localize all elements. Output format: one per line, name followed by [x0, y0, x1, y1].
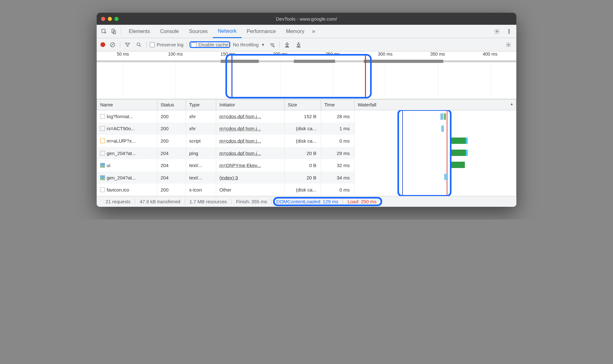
- svg-point-3: [496, 30, 498, 32]
- domcontentloaded-line: [402, 110, 403, 196]
- waterfall-bar: [441, 125, 444, 132]
- cell-time: 0 ms: [321, 135, 355, 147]
- more-tabs-icon[interactable]: »: [309, 28, 318, 35]
- inspect-icon[interactable]: [99, 27, 109, 36]
- ruler-tick: 400 ms: [464, 51, 516, 59]
- col-name[interactable]: Name: [97, 99, 157, 110]
- cell-size: (disk ca...: [285, 123, 321, 135]
- upload-har-icon[interactable]: [283, 41, 291, 49]
- search-icon[interactable]: [135, 41, 143, 49]
- cell-type: x-icon: [186, 184, 216, 196]
- clear-icon[interactable]: [108, 41, 117, 49]
- initiator-link[interactable]: m=cdos,dpf,hsm,j...: [219, 114, 261, 119]
- kebab-menu-icon[interactable]: [504, 27, 514, 36]
- cell-time: 0 ms: [321, 184, 355, 196]
- svg-rect-10: [286, 47, 289, 47]
- svg-point-5: [509, 31, 510, 32]
- disable-cache-label: Disable cache: [198, 42, 228, 47]
- titlebar: DevTools - www.google.com/: [97, 13, 516, 25]
- file-type-icon: [100, 114, 105, 119]
- ruler-tick: 350 ms: [411, 51, 464, 59]
- waterfall-column[interactable]: [355, 110, 516, 196]
- preserve-log-checkbox[interactable]: Preserve log: [150, 42, 183, 47]
- col-waterfall[interactable]: Waterfall: [355, 99, 516, 110]
- network-settings-icon[interactable]: [504, 41, 513, 49]
- cell-time: 1 ms: [321, 123, 355, 135]
- waterfall-bar: [440, 113, 444, 120]
- status-bar: 21 requests 47.9 kB transferred 1.7 MB r…: [97, 196, 516, 207]
- file-type-icon: [100, 126, 105, 131]
- domcontentloaded-time: DOMContentLoaded: 129 ms: [272, 199, 343, 204]
- network-toolbar: Preserve log Disable cache No throttling…: [97, 38, 516, 51]
- svg-point-9: [273, 46, 274, 47]
- cell-initiator: m=cdos,dpf,hsm,j...: [216, 123, 285, 135]
- cell-initiator: m=cdos,dpf,hsm,j...: [216, 110, 285, 123]
- cell-status: 200: [157, 123, 186, 135]
- minimize-icon[interactable]: [108, 17, 112, 21]
- file-type-icon: [100, 175, 105, 180]
- record-button[interactable]: [100, 42, 105, 47]
- cell-size: 152 B: [285, 110, 321, 123]
- tab-network[interactable]: Network: [213, 25, 242, 38]
- cell-initiator: (index):3: [216, 172, 285, 184]
- settings-icon[interactable]: [492, 27, 502, 36]
- window-title: DevTools - www.google.com/: [97, 16, 516, 22]
- initiator-link[interactable]: m=cdos,dpf,hsm,j...: [219, 138, 261, 144]
- cell-initiator: m=cdos,dpf,hsm,j...: [216, 135, 285, 147]
- load-line: [447, 110, 447, 196]
- cell-initiator: m=DhPYme,Ekev...: [216, 159, 285, 172]
- preserve-log-label: Preserve log: [157, 42, 183, 47]
- initiator-link[interactable]: m=cdos,dpf,hsm,j...: [219, 151, 261, 156]
- svg-point-4: [509, 29, 510, 30]
- separator: [146, 42, 147, 48]
- network-conditions-icon[interactable]: [268, 41, 276, 49]
- download-har-icon[interactable]: [294, 41, 303, 49]
- cell-size: 20 B: [285, 172, 321, 184]
- initiator-link[interactable]: (index):3: [219, 175, 238, 180]
- col-initiator[interactable]: Initiator: [216, 99, 285, 110]
- col-status[interactable]: Status: [157, 99, 186, 110]
- tab-elements[interactable]: Elements: [124, 25, 155, 38]
- device-toggle-icon[interactable]: [109, 27, 118, 36]
- transferred-size: 47.9 kB transferred: [135, 199, 185, 204]
- svg-point-12: [508, 44, 509, 45]
- tab-memory[interactable]: Memory: [281, 25, 309, 38]
- cell-type: script: [186, 135, 216, 147]
- cell-status: 200: [157, 135, 186, 147]
- load-time: Load: 250 ms: [343, 199, 381, 204]
- request-name: ui: [107, 163, 111, 168]
- tab-performance[interactable]: Performance: [242, 25, 281, 38]
- filter-icon[interactable]: [123, 41, 132, 49]
- request-name: log?format...: [107, 114, 133, 119]
- waterfall-bar: [466, 138, 468, 144]
- close-icon[interactable]: [101, 17, 105, 21]
- col-type[interactable]: Type: [186, 99, 216, 110]
- request-name: gen_204?at...: [107, 175, 136, 180]
- resources-size: 1.7 MB resources: [185, 199, 232, 204]
- overview-ruler[interactable]: 50 ms100 ms150 ms200 ms250 ms300 ms350 m…: [97, 51, 516, 99]
- initiator-link[interactable]: m=DhPYme,Ekev...: [219, 163, 261, 168]
- throttling-label: No throttling: [233, 42, 258, 47]
- tab-console[interactable]: Console: [155, 25, 184, 38]
- initiator-link[interactable]: m=cdos,dpf,hsm,j...: [219, 126, 261, 131]
- disable-cache-checkbox[interactable]: Disable cache: [190, 42, 230, 47]
- finish-time: Finish: 355 ms: [232, 199, 272, 204]
- maximize-icon[interactable]: [114, 17, 119, 21]
- request-name: favicon.ico: [107, 187, 129, 192]
- throttling-select[interactable]: No throttling▼: [233, 42, 265, 47]
- table-row[interactable]: log?format...200xhrm=cdos,dpf,hsm,j...15…: [97, 110, 516, 123]
- col-size[interactable]: Size: [285, 99, 321, 110]
- waterfall-bar: [444, 174, 448, 180]
- cell-time: 34 ms: [321, 172, 355, 184]
- separator: [120, 42, 120, 48]
- request-name: m=aLUfP?x...: [107, 138, 136, 144]
- waterfall-bar: [451, 162, 465, 168]
- cell-status: 204: [157, 159, 186, 172]
- col-time[interactable]: Time: [321, 99, 355, 110]
- file-type-icon: [100, 138, 105, 143]
- annotation-highlight: [225, 54, 372, 98]
- file-type-icon: [100, 163, 105, 168]
- cell-status: 200: [157, 184, 186, 196]
- cell-status: 200: [157, 110, 186, 123]
- tab-sources[interactable]: Sources: [184, 25, 213, 38]
